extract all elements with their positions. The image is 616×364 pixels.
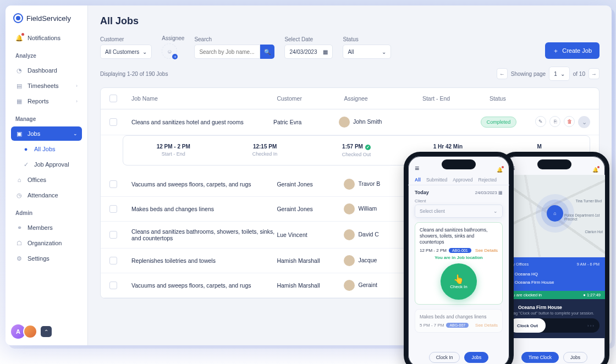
row-checkbox[interactable] bbox=[109, 205, 117, 213]
offices-panel: My Offices9 AM - 6 PM ●Oceana HQ ●Oceana… bbox=[504, 257, 605, 291]
table-row[interactable]: Cleans and sanitizes hotel and guest roo… bbox=[101, 109, 599, 135]
sidebar-item-dashboard[interactable]: ◔Dashboard bbox=[11, 63, 82, 78]
job-customer: Geraint Jones bbox=[277, 181, 344, 187]
detail-start-end: 12 PM - 2 PM bbox=[129, 144, 218, 150]
sidebar-item-attendance[interactable]: ◷Attendance bbox=[11, 188, 82, 202]
sidebar-item-notifications[interactable]: 🔔 Notifications bbox=[11, 31, 82, 45]
phone-mockups: ≡ 🔔 All Submitted Approved Rejected Toda… bbox=[404, 152, 609, 364]
tab-all[interactable]: All bbox=[415, 177, 421, 183]
office-name: Oceana Firm House bbox=[515, 280, 554, 285]
tab-approved[interactable]: Approved bbox=[453, 177, 472, 183]
users-icon: ⚭ bbox=[15, 224, 23, 231]
assignee-add-button[interactable]: ☺ bbox=[162, 43, 177, 59]
job-card-active[interactable]: Cleans and sanitizes bathrooms, showers,… bbox=[415, 222, 503, 305]
row-checkbox[interactable] bbox=[109, 257, 117, 264]
map-poi-label: Police Department-1st Precinct bbox=[564, 213, 605, 221]
sidebar-item-timesheets[interactable]: ▤Timesheets› bbox=[11, 79, 82, 93]
see-details-link[interactable]: See Details bbox=[475, 323, 498, 328]
status-select[interactable]: All⌄ bbox=[343, 45, 391, 59]
job-card-upcoming[interactable]: Makes beds and changes linens 5 PM - 7 P… bbox=[415, 309, 503, 333]
job-name: Cleans and sanitizes bathrooms, showers,… bbox=[131, 228, 277, 241]
today-label: Today bbox=[415, 190, 429, 195]
see-details-link[interactable]: See Details bbox=[475, 248, 498, 253]
reports-icon: ▦ bbox=[15, 97, 23, 105]
row-checkbox[interactable] bbox=[109, 282, 117, 289]
user-icon: ☺ bbox=[166, 47, 173, 55]
chevron-right-icon: › bbox=[76, 98, 78, 104]
sidebar-item-reports[interactable]: ▦Reports› bbox=[11, 94, 82, 108]
detail-worked: 1 Hr 42 Min bbox=[403, 144, 492, 150]
avatar-icon bbox=[344, 255, 355, 266]
search-button[interactable]: 🔍 bbox=[260, 45, 274, 59]
timesheets-label: Timesheets bbox=[28, 82, 58, 89]
sidebar-item-offices[interactable]: ⌂Offices bbox=[11, 173, 82, 187]
create-job-button[interactable]: ＋Create Job bbox=[545, 42, 600, 59]
job-customer: Patric Evra bbox=[273, 119, 339, 125]
pager-page-select[interactable]: 1⌄ bbox=[549, 67, 570, 81]
office-name: Oceana HQ bbox=[515, 272, 538, 277]
collapse-row-button[interactable]: ⌄ bbox=[578, 116, 590, 128]
job-assignee: William bbox=[358, 205, 377, 212]
delete-button[interactable]: 🗑 bbox=[564, 116, 575, 127]
org-icon: ☖ bbox=[15, 239, 23, 247]
duplicate-button[interactable]: ⎘ bbox=[549, 116, 560, 127]
collapse-sidebar-button[interactable]: ⌃ bbox=[41, 326, 52, 337]
checkin-label: Check In bbox=[450, 284, 468, 289]
row-checkbox[interactable] bbox=[109, 180, 117, 188]
bell-icon[interactable]: 🔔 bbox=[592, 167, 598, 173]
pager-prev-button[interactable]: ← bbox=[497, 68, 508, 79]
sidebar-item-jobs[interactable]: ▣Jobs⌄ bbox=[11, 126, 82, 141]
check-icon: ✓ bbox=[365, 145, 371, 150]
office-item[interactable]: ●Oceana HQ bbox=[509, 270, 600, 278]
avatar-secondary[interactable] bbox=[23, 324, 37, 339]
select-all-checkbox[interactable] bbox=[109, 95, 117, 102]
chevron-down-icon: ⌄ bbox=[493, 208, 498, 214]
plus-icon: ＋ bbox=[553, 47, 559, 55]
gauge-icon: ◔ bbox=[15, 67, 23, 74]
gear-icon: ⚙ bbox=[15, 255, 23, 262]
filter-assignee: Assignee ☺ bbox=[162, 35, 184, 59]
map-view[interactable]: ⌂ Tina Turner Blvd Police Department-1st… bbox=[504, 175, 605, 257]
briefcase-icon: ▣ bbox=[15, 130, 23, 137]
jobs-tab-button[interactable]: Jobs bbox=[563, 352, 587, 363]
clockout-handle[interactable]: Clock Out bbox=[509, 318, 546, 333]
col-assignee: Assignee bbox=[344, 95, 422, 102]
detail-checkout: 1:57 PM bbox=[342, 144, 363, 150]
calendar-icon[interactable]: ▦ bbox=[498, 190, 503, 195]
search-icon: 🔍 bbox=[264, 49, 271, 55]
jobs-tab-button[interactable]: Jobs bbox=[464, 352, 488, 363]
bell-icon[interactable]: 🔔 bbox=[497, 167, 503, 173]
clockin-tab-button[interactable]: Clock In bbox=[429, 352, 460, 363]
chevron-down-icon: ⌄ bbox=[382, 49, 386, 55]
row-checkbox[interactable] bbox=[109, 231, 117, 239]
hamburger-icon[interactable]: ≡ bbox=[415, 164, 419, 173]
customer-select[interactable]: All Customers⌄ bbox=[100, 45, 152, 59]
offices-hours: 9 AM - 6 PM bbox=[577, 262, 600, 267]
checkin-button[interactable]: 👆Check In bbox=[441, 263, 477, 300]
members-label: Members bbox=[28, 224, 53, 231]
clocked-timer: 1:27:49 bbox=[587, 293, 601, 297]
sidebar-item-organization[interactable]: ☖Organization bbox=[11, 236, 82, 250]
client-select[interactable]: Select client⌄ bbox=[415, 205, 503, 218]
edit-button[interactable]: ✎ bbox=[535, 116, 546, 127]
date-select[interactable]: 24/03/2023▦ bbox=[284, 45, 333, 59]
office-item[interactable]: ●Oceana Firm House bbox=[509, 278, 600, 286]
sidebar-item-members[interactable]: ⚭Members bbox=[11, 220, 82, 235]
sidebar-item-settings[interactable]: ⚙Settings bbox=[11, 251, 82, 266]
tab-rejected[interactable]: Rejected bbox=[479, 177, 497, 183]
sidebar-item-all-jobs[interactable]: ●All Jobs bbox=[11, 142, 82, 156]
job-approval-label: Job Approval bbox=[34, 161, 69, 168]
timeclock-tab-button[interactable]: Time Clock bbox=[521, 352, 559, 363]
clockout-slider[interactable]: Clock Out ››› bbox=[509, 318, 600, 333]
date-value: 24/03/2023 bbox=[289, 49, 317, 55]
tab-submitted[interactable]: Submitted bbox=[426, 177, 447, 183]
search-label: Search bbox=[194, 36, 274, 42]
detail-diff: M bbox=[495, 144, 584, 150]
row-checkbox[interactable] bbox=[109, 118, 117, 126]
sidebar-item-job-approval[interactable]: ✓Job Approval bbox=[11, 157, 82, 172]
pager-next-button[interactable]: → bbox=[588, 68, 600, 79]
assignee-label: Assignee bbox=[162, 35, 184, 41]
search-input[interactable] bbox=[194, 45, 260, 59]
brand-suffix: Servicely bbox=[42, 14, 71, 23]
customer-label: Customer bbox=[100, 36, 152, 42]
